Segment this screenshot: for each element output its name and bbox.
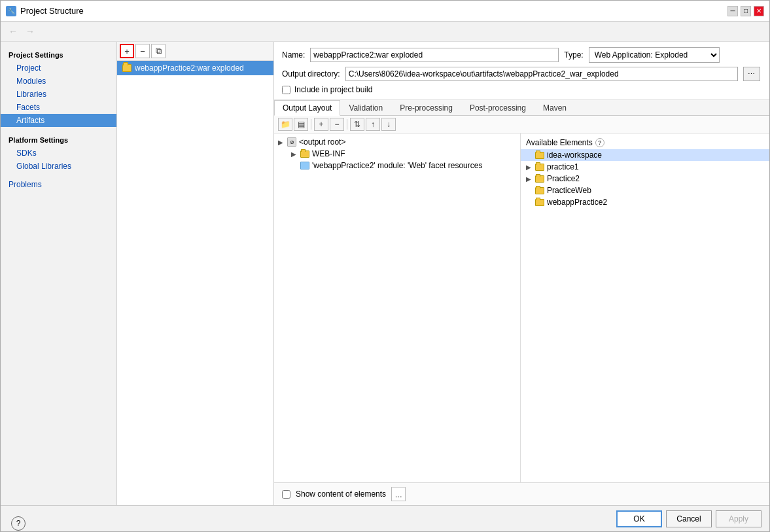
available-header: Available Elements ? (521, 136, 769, 149)
ol-list-button[interactable]: ▤ (294, 118, 308, 131)
tab-maven[interactable]: Maven (534, 100, 575, 115)
ol-sort-button[interactable]: ⇅ (350, 118, 364, 131)
tree-item-web-inf-label: WEB-INF (312, 149, 345, 158)
avail-item-webapppractice2[interactable]: ▶ webappPractice2 (521, 196, 769, 208)
spacer: ▶ (526, 152, 533, 159)
chevron-right-icon: ▶ (291, 151, 298, 158)
sidebar-item-global-libraries[interactable]: Global Libraries (1, 160, 116, 173)
apply-button[interactable]: Apply (716, 510, 761, 527)
include-in-build-checkbox[interactable] (282, 86, 290, 94)
sidebar-item-modules[interactable]: Modules (1, 75, 116, 88)
artifact-list-item[interactable]: webappPractice2:war exploded (117, 61, 273, 75)
include-in-build-row: Include in project build (282, 85, 761, 94)
ol-folder-button[interactable]: 📁 (278, 118, 292, 131)
chevron-right-icon: ▶ (526, 175, 533, 183)
remove-artifact-button[interactable]: − (135, 44, 150, 58)
artifact-list: webappPractice2:war exploded (117, 61, 273, 505)
avail-item-practice2-label: Practice2 (547, 174, 580, 183)
avail-item-practiceweb[interactable]: ▶ PracticeWeb (521, 185, 769, 196)
add-artifact-button[interactable]: + (120, 44, 134, 58)
tree-item-facet-resources[interactable]: ▶ 'webappPractice2' module: 'Web' facet … (274, 160, 520, 171)
title-bar-controls: ─ □ ✕ (727, 6, 764, 16)
name-label: Name: (282, 50, 305, 60)
bottom-bar: Show content of elements ... (274, 482, 769, 505)
show-content-options-button[interactable]: ... (391, 487, 406, 501)
artifact-icon (122, 64, 131, 72)
help-button[interactable]: ? (11, 516, 26, 531)
tabs-bar: Output Layout Validation Pre-processing … (274, 100, 769, 116)
separator1 (311, 119, 311, 130)
tab-output-layout[interactable]: Output Layout (274, 100, 340, 116)
copy-artifact-button[interactable]: ⧉ (151, 44, 166, 58)
spacer: ▶ (291, 162, 298, 169)
close-button[interactable]: ✕ (754, 6, 764, 16)
available-elements-label: Available Elements (526, 138, 593, 147)
ol-add-button[interactable]: + (314, 118, 328, 131)
tab-post-processing[interactable]: Post-processing (461, 100, 534, 115)
sidebar-item-problems[interactable]: Problems (1, 178, 116, 191)
tree-item-output-root-label: <output root> (299, 137, 345, 147)
tab-pre-processing[interactable]: Pre-processing (391, 100, 461, 115)
folder-icon (535, 152, 544, 159)
show-content-checkbox[interactable] (282, 490, 290, 499)
browse-output-dir-button[interactable]: ⋯ (743, 67, 760, 81)
sidebar-item-libraries[interactable]: Libraries (1, 88, 116, 101)
nav-toolbar: ← → (1, 22, 769, 42)
tab-validation[interactable]: Validation (340, 100, 391, 115)
chevron-down-icon: ▶ (278, 139, 285, 146)
tree-item-output-root[interactable]: ▶ ⊘ <output root> (274, 136, 520, 148)
avail-item-webapppractice2-label: webappPractice2 (547, 198, 607, 207)
right-panel: Name: Type: Web Application: Exploded We… (274, 42, 769, 505)
chevron-right-icon: ▶ (526, 164, 533, 171)
title-bar: 🔧 Project Structure ─ □ ✕ (1, 1, 769, 22)
show-content-label: Show content of elements (296, 489, 386, 499)
folder-icon (535, 199, 544, 206)
ok-button[interactable]: OK (616, 510, 662, 527)
artifact-toolbar: + − ⧉ (117, 42, 273, 61)
tree-item-web-inf[interactable]: ▶ WEB-INF (274, 148, 520, 160)
footer-area: ? OK Cancel Apply (9, 506, 761, 532)
name-input[interactable] (310, 48, 559, 62)
available-help-icon[interactable]: ? (595, 138, 604, 147)
artifact-list-panel: + − ⧉ webappPractice2:war exploded (117, 42, 274, 505)
avail-item-idea-workspace[interactable]: ▶ idea-workspace (521, 149, 769, 161)
footer: ? OK Cancel Apply (1, 505, 769, 531)
name-row: Name: Type: Web Application: Exploded We… (282, 47, 761, 63)
title-bar-left: 🔧 Project Structure (6, 6, 84, 16)
maximize-button[interactable]: □ (741, 6, 751, 16)
ol-down-button[interactable]: ↓ (381, 118, 396, 131)
artifact-settings-top: Name: Type: Web Application: Exploded We… (274, 42, 769, 100)
separator2 (347, 119, 347, 130)
ol-up-button[interactable]: ↑ (366, 118, 380, 131)
sidebar-item-project[interactable]: Project (1, 62, 116, 75)
avail-item-practice2[interactable]: ▶ Practice2 (521, 173, 769, 185)
output-dir-input[interactable] (345, 67, 738, 81)
sidebar-item-artifacts[interactable]: Artifacts (1, 114, 116, 127)
output-tree: ▶ ⊘ <output root> ▶ WEB-INF ▶ (274, 133, 521, 482)
cancel-button[interactable]: Cancel (666, 510, 712, 527)
output-dir-label: Output directory: (282, 69, 340, 79)
sidebar: Project Settings Project Modules Librari… (1, 42, 117, 505)
sidebar-item-facets[interactable]: Facets (1, 101, 116, 114)
spacer: ▶ (526, 199, 533, 206)
avail-item-practice1-label: practice1 (547, 162, 579, 171)
spacer: ▶ (526, 187, 533, 194)
output-layout-toolbar: 📁 ▤ + − ⇅ ↑ ↓ (274, 116, 769, 133)
sidebar-item-sdks[interactable]: SDKs (1, 147, 116, 160)
artifact-item-label: webappPractice2:war exploded (135, 63, 244, 73)
avail-item-practice1[interactable]: ▶ practice1 (521, 161, 769, 173)
project-structure-window: 🔧 Project Structure ─ □ ✕ ← → Project Se… (0, 0, 770, 532)
app-icon: 🔧 (6, 6, 16, 16)
output-dir-row: Output directory: ⋯ (282, 67, 761, 81)
type-select[interactable]: Web Application: Exploded Web Applicatio… (589, 47, 720, 63)
ol-remove-button[interactable]: − (330, 118, 344, 131)
forward-button[interactable]: → (23, 24, 37, 39)
avail-item-idea-workspace-label: idea-workspace (547, 151, 602, 160)
back-button[interactable]: ← (6, 24, 20, 39)
output-split: ▶ ⊘ <output root> ▶ WEB-INF ▶ (274, 133, 769, 482)
minimize-button[interactable]: ─ (727, 6, 738, 16)
avail-item-practiceweb-label: PracticeWeb (547, 186, 591, 195)
folder-icon (300, 151, 309, 158)
window-title: Project Structure (20, 6, 84, 16)
folder-icon (535, 175, 544, 183)
